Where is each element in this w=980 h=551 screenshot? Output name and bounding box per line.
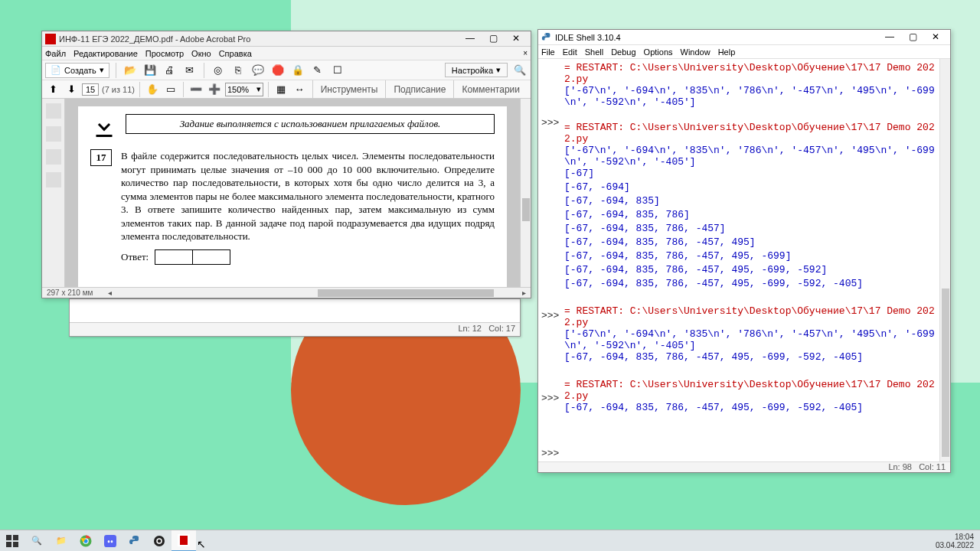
menu-help[interactable]: Справка	[219, 49, 252, 58]
select-tool-icon[interactable]: ▭	[163, 82, 178, 97]
minimize-button[interactable]: —	[878, 31, 901, 44]
maximize-button[interactable]: ▢	[482, 32, 505, 46]
signatures-icon[interactable]	[46, 172, 61, 187]
page-up-icon[interactable]: ⬆	[45, 82, 60, 97]
console-line: ['-67\n', '-694\n', '835\n', '786\n', '-…	[564, 145, 936, 168]
horizontal-scrollbar[interactable]: 297 x 210 мм ◂ ▸	[42, 287, 531, 298]
tray-time: 18:04	[936, 533, 974, 541]
system-tray[interactable]: 18:04 03.04.2022	[929, 533, 980, 549]
acrobat-sidepanel	[42, 99, 65, 287]
create-button[interactable]: 📄 Создать ▾	[45, 63, 109, 78]
menu-window[interactable]: Window	[681, 47, 710, 57]
prompt-marker: >>>	[541, 310, 563, 324]
taskbar-search-icon[interactable]: 🔍	[24, 530, 49, 552]
console-line: [-67]	[564, 168, 936, 181]
page-dimensions-label: 297 x 210 мм	[47, 289, 93, 297]
prompt-marker	[541, 406, 563, 434]
prompt-marker: >>>	[541, 117, 563, 131]
idle-titlebar[interactable]: IDLE Shell 3.10.4 — ▢ ✕	[538, 30, 950, 45]
menu-debug[interactable]: Debug	[611, 47, 635, 57]
tool-icon[interactable]: 🔒	[290, 63, 305, 78]
tool-icon[interactable]: 🛑	[270, 63, 286, 78]
scrollbar-thumb[interactable]	[318, 289, 494, 297]
menu-view[interactable]: Просмотр	[145, 49, 184, 58]
prompt-marker	[541, 324, 563, 351]
create-icon: 📄	[51, 65, 61, 75]
menu-shell[interactable]: Shell	[585, 47, 603, 57]
editor-window-behind: Ln: 12 Col: 17	[69, 298, 521, 337]
settings-button[interactable]: Настройка ▾	[445, 63, 508, 77]
console-line	[564, 365, 936, 379]
tool-icon[interactable]: ⎘	[230, 63, 246, 78]
scroll-right-icon[interactable]: ▸	[522, 289, 526, 297]
tab-sign[interactable]: Подписание	[385, 80, 453, 98]
task-number: 17	[90, 149, 112, 166]
menu-file[interactable]: Файл	[45, 49, 66, 58]
menu-file[interactable]: File	[541, 47, 555, 57]
taskbar-chrome-icon[interactable]	[74, 530, 98, 552]
console-line: = RESTART: C:\Users\University\Desktop\О…	[564, 122, 936, 145]
tool-icon[interactable]: ◎	[211, 63, 226, 78]
prompt-marker	[541, 296, 563, 310]
page-down-icon[interactable]: ⬇	[64, 82, 79, 97]
idle-output-text: = RESTART: C:\Users\University\Desktop\О…	[564, 59, 939, 461]
sign-icon[interactable]: ✎	[310, 63, 325, 78]
thumbnails-icon[interactable]	[46, 103, 61, 119]
tool-icon[interactable]: 💬	[250, 63, 266, 78]
minimize-button[interactable]: —	[459, 32, 482, 46]
menu-options[interactable]: Options	[644, 47, 673, 57]
save-icon[interactable]: 💾	[142, 63, 158, 78]
idle-menubar: File Edit Shell Debug Options Window Hel…	[538, 45, 950, 59]
taskbar-acrobat-icon[interactable]	[172, 530, 196, 552]
prompt-marker	[541, 227, 563, 241]
document-viewport[interactable]: Задание выполняется с использованием при…	[65, 99, 520, 287]
menu-edit[interactable]: Редактирование	[74, 49, 138, 58]
taskbar-discord-icon[interactable]	[98, 530, 122, 552]
search-icon[interactable]: 🔍	[512, 63, 528, 78]
console-line: [-67, -694, 835, 786]	[564, 209, 936, 223]
idle-console[interactable]: >>>>>>>>>>>> = RESTART: C:\Users\Univers…	[538, 59, 950, 461]
fit-width-icon[interactable]: ↔	[292, 82, 307, 97]
zoom-select[interactable]: 150% ▾	[225, 83, 263, 96]
menu-help[interactable]: Help	[718, 47, 736, 57]
vertical-scrollbar[interactable]	[520, 99, 531, 287]
taskbar-idle-icon[interactable]	[122, 530, 147, 552]
menu-window[interactable]: Окно	[191, 49, 211, 58]
acrobat-right-tabs: Инструменты Подписание Комментарии	[312, 80, 528, 98]
maximize-button[interactable]: ▢	[901, 31, 924, 44]
menu-edit[interactable]: Edit	[563, 47, 577, 57]
hand-tool-icon[interactable]: ✋	[145, 82, 160, 97]
acrobat-menubar: Файл Редактирование Просмотр Окно Справк…	[42, 47, 531, 60]
close-button[interactable]: ✕	[924, 31, 947, 44]
page-number-input[interactable]	[82, 83, 99, 96]
menubar-close-icon[interactable]: ×	[523, 49, 528, 57]
taskbar-explorer-icon[interactable]: 📁	[49, 530, 74, 552]
scroll-left-icon[interactable]: ◂	[108, 289, 112, 297]
chevron-down-icon: ▾	[256, 84, 261, 94]
mail-icon[interactable]: ✉	[182, 63, 198, 78]
zoom-out-icon[interactable]: ➖	[188, 82, 204, 97]
bookmarks-icon[interactable]	[46, 126, 61, 142]
close-button[interactable]: ✕	[505, 32, 528, 46]
fit-page-icon[interactable]: ▦	[273, 82, 289, 97]
console-line: = RESTART: C:\Users\University\Desktop\О…	[564, 305, 936, 328]
idle-title: IDLE Shell 3.10.4	[555, 33, 878, 42]
open-icon[interactable]: 📂	[122, 63, 138, 78]
console-line: ['-67\n', '-694\n', '835\n', '786\n', '-…	[564, 85, 936, 108]
form-icon[interactable]: ☐	[330, 63, 345, 78]
zoom-in-icon[interactable]: ➕	[207, 82, 222, 97]
acrobat-titlebar[interactable]: ИНФ-11 ЕГЭ 2022_ДЕМО.pdf - Adobe Acrobat…	[42, 31, 531, 47]
idle-window: IDLE Shell 3.10.4 — ▢ ✕ File Edit Shell …	[537, 29, 951, 473]
taskbar-obs-icon[interactable]	[147, 530, 172, 552]
attachments-icon[interactable]	[46, 149, 61, 165]
idle-status-col: Col: 11	[919, 462, 946, 471]
prompt-marker	[541, 379, 563, 393]
svg-rect-2	[13, 535, 18, 540]
tab-comments[interactable]: Комментарии	[453, 80, 528, 98]
scrollbar-thumb[interactable]	[942, 289, 949, 457]
scrollbar-thumb[interactable]	[522, 198, 530, 221]
tab-tools[interactable]: Инструменты	[312, 80, 386, 98]
start-button[interactable]	[0, 530, 24, 552]
print-icon[interactable]: 🖨	[162, 63, 178, 78]
vertical-scrollbar[interactable]	[939, 59, 950, 461]
